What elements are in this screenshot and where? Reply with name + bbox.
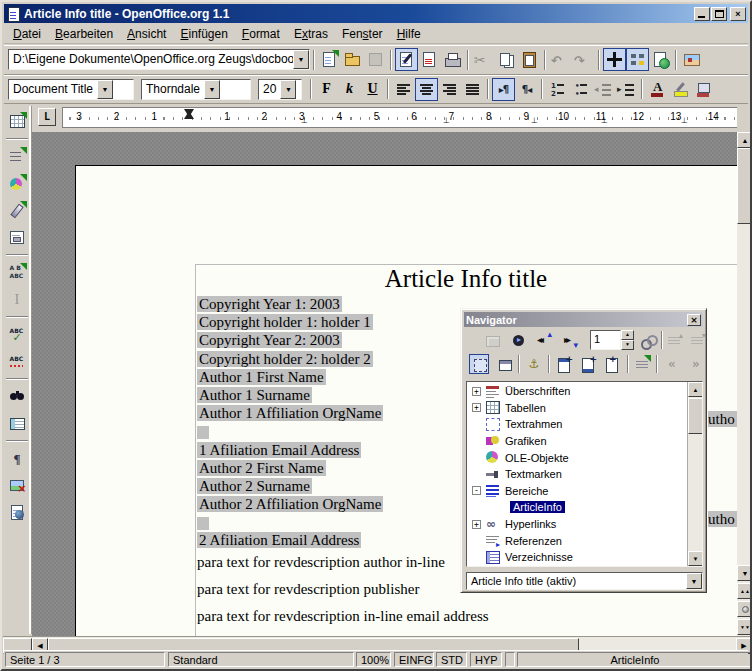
tab-stop-marker[interactable]: ⊥ — [531, 116, 538, 125]
navigator-dropdown-value[interactable]: Article Info title (aktiv) — [467, 573, 686, 589]
vertical-scrollbar[interactable]: ▲ ▼ ▲▲ ▼▼ — [737, 132, 752, 636]
document-field-line[interactable]: Copyright holder 2: holder 2 — [197, 350, 383, 368]
bold-button[interactable]: F — [315, 78, 338, 101]
numbering-button[interactable] — [546, 78, 569, 101]
paragraph-style-value[interactable]: Document Title — [9, 80, 97, 99]
expand-toggle[interactable]: + — [472, 387, 481, 396]
previous-icon[interactable] — [534, 330, 554, 350]
document-field-line[interactable]: Author 1 Affiliation OrgName — [197, 404, 383, 422]
close-button[interactable]: × — [730, 7, 746, 21]
form-functions-button[interactable] — [6, 226, 29, 249]
navigator-tree-item[interactable]: + Tabellen — [467, 400, 686, 417]
edit-file-button[interactable] — [395, 48, 418, 71]
find-replace-button[interactable] — [6, 385, 29, 408]
toggle-icon[interactable] — [482, 330, 502, 350]
document-field-line[interactable]: Copyright holder 1: holder 1 — [197, 313, 383, 331]
document-field-line[interactable]: Author 2 First Name — [197, 459, 383, 477]
align-right-button[interactable] — [438, 78, 461, 101]
document-field-line[interactable]: 1 Afiliation Email Address — [197, 441, 383, 459]
scrollbar-thumb[interactable] — [688, 398, 703, 434]
navigator-tree-item[interactable]: + Hyperlinks — [467, 516, 686, 533]
status-page-number[interactable]: Seite 1 / 3 — [5, 652, 165, 667]
promote-chapter-icon[interactable] — [664, 330, 684, 350]
navigator-tree-item[interactable]: Referenzen — [467, 532, 686, 549]
menu-item[interactable]: Bearbeiten — [48, 25, 120, 43]
scroll-up-button[interactable]: ▲ — [688, 382, 703, 397]
expand-toggle[interactable]: - — [472, 486, 481, 495]
increase-indent-button[interactable] — [615, 78, 638, 101]
navigator-tree-item[interactable]: Verzeichnisse — [467, 549, 686, 566]
font-dropdown-button[interactable]: ▼ — [204, 80, 220, 99]
nonprinting-characters-button[interactable] — [6, 447, 29, 470]
navigator-tree-item[interactable]: - Bereiche — [467, 483, 686, 500]
previous-page-button[interactable]: ▲▲ — [737, 583, 752, 599]
maximize-button[interactable] — [711, 7, 727, 21]
drag-mode-icon[interactable] — [638, 330, 658, 350]
font-color-button[interactable] — [646, 78, 669, 101]
align-center-button[interactable] — [415, 78, 438, 101]
expand-toggle[interactable]: + — [472, 520, 481, 529]
left-to-right-button[interactable] — [492, 78, 515, 101]
copy-button[interactable] — [495, 48, 518, 71]
menu-item[interactable]: Ansicht — [120, 25, 173, 43]
font-name-combobox[interactable]: Thorndale ▼ — [141, 79, 251, 100]
font-name-value[interactable]: Thorndale — [142, 80, 204, 99]
document-field-line[interactable]: Copyright Year 1: 2003 — [197, 295, 383, 313]
demote-chapter-icon[interactable] — [687, 330, 707, 350]
page-number-value[interactable]: 1 — [590, 330, 621, 350]
navigation-icon[interactable] — [508, 330, 528, 350]
right-to-left-button[interactable] — [515, 78, 538, 101]
style-dropdown-button[interactable]: ▼ — [97, 80, 113, 99]
title-bar[interactable]: Article Info title - OpenOffice.org 1.1 … — [4, 4, 748, 23]
document-field-line[interactable] — [197, 513, 383, 531]
document-field-line[interactable]: Author 2 Surname — [197, 477, 383, 495]
horizontal-ruler[interactable]: 321 1234567891011121314 ⊥⊥⊥⊥⊥ — [62, 107, 737, 128]
status-insert-mode[interactable]: EINFG — [394, 652, 434, 667]
url-value[interactable]: D:\Eigene Dokumente\OpenOffice.org Zeugs… — [9, 50, 293, 69]
autotext-button[interactable]: ABC — [6, 261, 29, 284]
demote-level-icon[interactable] — [686, 354, 706, 374]
draw-functions-button[interactable] — [6, 199, 29, 222]
navigator-tree-item[interactable]: Grafiken — [467, 433, 686, 450]
navigator-tree-item[interactable]: ArticleInfo — [467, 499, 686, 516]
document-paragraph[interactable]: para text for revdescription publisher — [197, 576, 489, 603]
justify-button[interactable] — [461, 78, 484, 101]
document-paragraph[interactable]: para text for revdescription author in-l… — [197, 549, 489, 576]
menu-item[interactable]: Datei — [6, 25, 48, 43]
navigator-title-bar[interactable]: Navigator × — [464, 312, 703, 327]
document-field-line[interactable]: Author 2 Affiliation OrgName — [197, 495, 383, 513]
scroll-down-button[interactable]: ▼ — [688, 551, 703, 566]
paste-button[interactable] — [518, 48, 541, 71]
data-sources-button[interactable] — [6, 412, 29, 435]
document-paragraph[interactable]: para text for revdescription in-line ema… — [197, 603, 489, 630]
bullets-button[interactable] — [569, 78, 592, 101]
document-field-line[interactable]: 2 Afiliation Email Address — [197, 531, 383, 549]
promote-level-icon[interactable] — [662, 354, 682, 374]
cut-button[interactable] — [472, 48, 495, 71]
font-size-combobox[interactable]: 20 ▼ — [258, 79, 302, 100]
document-field-line[interactable]: Author 1 Surname — [197, 386, 383, 404]
navigator-tree-item[interactable]: + Überschriften — [467, 383, 686, 400]
navigator-window[interactable]: Navigator × 1 ▲▼ — [460, 308, 707, 593]
highlighting-button[interactable] — [669, 78, 692, 101]
scroll-down-button[interactable]: ▼ — [737, 565, 752, 581]
align-left-button[interactable] — [392, 78, 415, 101]
status-hyperlink-mode[interactable]: HYP — [470, 652, 502, 667]
print-file-button[interactable] — [441, 48, 464, 71]
open-file-button[interactable] — [341, 48, 364, 71]
scroll-up-button[interactable]: ▲ — [737, 132, 752, 148]
document-heading[interactable]: Article Info title — [196, 265, 736, 293]
minimize-button[interactable] — [694, 7, 710, 21]
indent-marker[interactable] — [184, 109, 194, 122]
gallery-button[interactable] — [680, 48, 703, 71]
hyperlink-dialog-button[interactable] — [649, 48, 672, 71]
tab-stop-marker[interactable]: ⊥ — [301, 116, 308, 125]
spellcheck-button[interactable] — [6, 323, 29, 346]
expand-toggle[interactable]: + — [472, 403, 481, 412]
next-icon[interactable] — [560, 330, 580, 350]
insert-table-button[interactable] — [6, 110, 29, 133]
menu-item[interactable]: Hilfe — [390, 25, 428, 43]
direct-cursor-button[interactable] — [6, 288, 29, 311]
tree-scrollbar[interactable]: ▲ ▼ — [687, 382, 702, 566]
redo-button[interactable] — [572, 48, 595, 71]
